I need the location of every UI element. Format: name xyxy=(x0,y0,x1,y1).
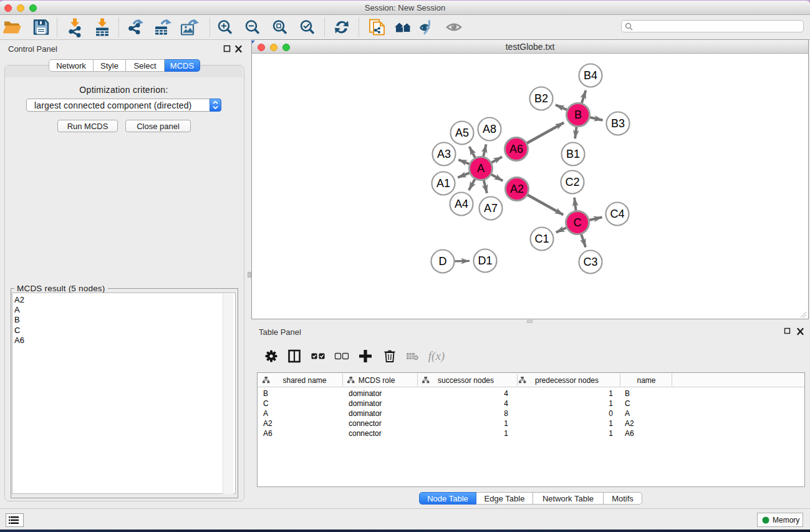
svg-text:C1: C1 xyxy=(534,233,549,245)
svg-text:A6: A6 xyxy=(509,143,523,155)
svg-text:B1: B1 xyxy=(566,148,580,160)
svg-text:C2: C2 xyxy=(565,176,579,188)
svg-text:D: D xyxy=(439,255,447,268)
svg-text:C3: C3 xyxy=(583,256,597,268)
svg-text:C: C xyxy=(574,216,582,229)
svg-text:A4: A4 xyxy=(455,198,468,210)
svg-text:B4: B4 xyxy=(584,69,597,82)
svg-text:A1: A1 xyxy=(436,177,450,190)
svg-text:B3: B3 xyxy=(611,117,625,130)
svg-text:A: A xyxy=(477,162,485,175)
svg-text:A7: A7 xyxy=(484,202,498,215)
svg-text:B: B xyxy=(574,109,582,121)
svg-text:f(x): f(x) xyxy=(428,349,445,363)
svg-text:A3: A3 xyxy=(437,148,451,160)
svg-text:D1: D1 xyxy=(478,254,492,267)
svg-text:A2: A2 xyxy=(510,183,524,195)
svg-text:A8: A8 xyxy=(483,123,496,135)
svg-text:B2: B2 xyxy=(534,92,548,105)
svg-text:A5: A5 xyxy=(455,127,469,139)
svg-text:C4: C4 xyxy=(610,208,624,220)
